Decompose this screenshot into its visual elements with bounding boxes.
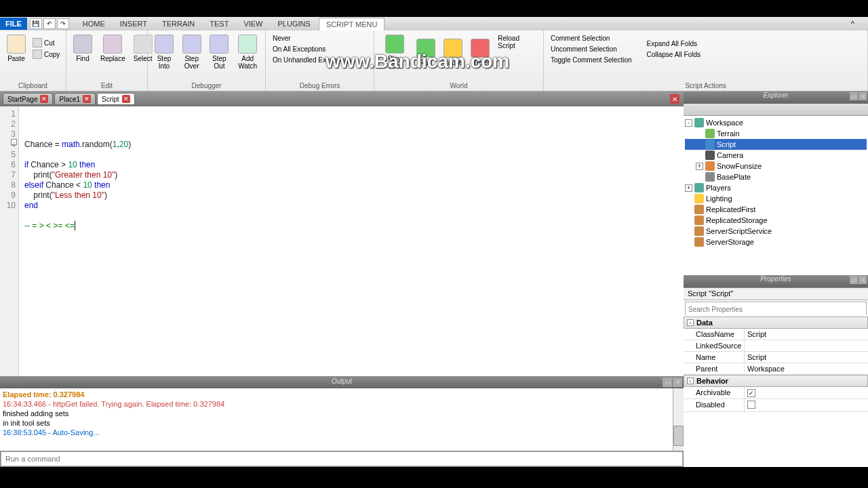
- code-area[interactable]: - Chance = math.random(1,20) if Chance >…: [19, 106, 684, 376]
- explorer-title: Explorer ▭✕: [684, 92, 868, 104]
- prop-row-disabled[interactable]: Disabled: [684, 399, 868, 412]
- explorer-filter-bar[interactable]: [684, 104, 868, 116]
- toggle-comment-button[interactable]: Toggle Comment Selection: [548, 55, 635, 65]
- prop-value[interactable]: Script: [745, 329, 868, 340]
- collapse-folds-button[interactable]: Collapse All Folds: [644, 49, 703, 60]
- tree-item-players[interactable]: +Players: [685, 182, 867, 193]
- command-input[interactable]: [1, 452, 682, 466]
- doc-tab-script[interactable]: Script✕: [97, 93, 135, 105]
- never-option[interactable]: Never: [270, 33, 294, 43]
- prop-section-data[interactable]: -Data: [684, 317, 868, 329]
- prop-value[interactable]: Script: [745, 352, 868, 363]
- prop-value[interactable]: Workspace: [745, 363, 868, 374]
- tree-item-label: SnowFunsize: [717, 162, 762, 170]
- tab-close-icon[interactable]: ✕: [40, 95, 48, 103]
- prop-row-classname[interactable]: ClassNameScript: [684, 329, 868, 340]
- explorer-undock-icon[interactable]: ▭: [850, 92, 858, 100]
- tree-item-camera[interactable]: Camera: [685, 150, 867, 161]
- tree-item-label: Terrain: [717, 129, 740, 138]
- tree-toggle-icon[interactable]: +: [685, 184, 692, 192]
- menu-tab-home[interactable]: HOME: [76, 18, 112, 30]
- tree-item-script[interactable]: Script: [685, 139, 867, 150]
- qat-redo-icon[interactable]: ↷: [57, 18, 69, 29]
- step-over-button[interactable]: Step Over: [179, 33, 204, 71]
- menu-tab-insert[interactable]: INSERT: [113, 18, 154, 30]
- prop-value[interactable]: ✓: [745, 387, 868, 399]
- ribbon-minimize-icon[interactable]: ^: [851, 20, 854, 28]
- tree-item-label: Camera: [717, 151, 743, 159]
- tree-toggle-icon[interactable]: [685, 228, 692, 235]
- tree-item-snowfunsize[interactable]: +SnowFunsize: [685, 161, 867, 171]
- qat-save-icon[interactable]: 💾: [30, 18, 42, 29]
- prop-row-linkedsource[interactable]: LinkedSource: [684, 340, 868, 352]
- paste-button[interactable]: Paste: [4, 33, 28, 64]
- properties-search-input[interactable]: [686, 304, 866, 316]
- reset-button[interactable]: Reset: [468, 37, 492, 68]
- tree-toggle-icon[interactable]: [696, 130, 703, 138]
- copy-button[interactable]: Copy: [31, 49, 61, 60]
- tree-toggle-icon[interactable]: +: [696, 163, 703, 170]
- on-unhandled-option[interactable]: On Unhandled Exceptions: [270, 55, 354, 65]
- tabstrip-close-icon[interactable]: ✕: [670, 94, 679, 104]
- tree-item-serverscriptservice[interactable]: ServerScriptService: [685, 226, 867, 237]
- qat-undo-icon[interactable]: ↶: [43, 18, 56, 29]
- menu-tab-terrain[interactable]: TERRAIN: [155, 18, 201, 30]
- add-watch-button[interactable]: Add Watch: [234, 33, 261, 71]
- comment-selection-button[interactable]: Comment Selection: [548, 33, 612, 43]
- tree-item-serverstorage[interactable]: ServerStorage: [685, 237, 867, 247]
- tree-toggle-icon[interactable]: [685, 217, 692, 224]
- output-body[interactable]: Elapsed time: 0.32798416:34:33.466 - htt…: [0, 388, 684, 451]
- tab-close-icon[interactable]: ✕: [83, 95, 91, 103]
- menu-tab-script-menu[interactable]: SCRIPT MENU: [319, 18, 385, 30]
- output-line: Elapsed time: 0.327984: [3, 390, 681, 399]
- find-button[interactable]: Find: [71, 33, 95, 64]
- explorer-close-icon[interactable]: ✕: [859, 92, 867, 100]
- file-menu[interactable]: FILE: [0, 18, 27, 30]
- menu-tab-plugins[interactable]: PLUGINS: [271, 18, 317, 30]
- tree-item-replicatedfirst[interactable]: ReplicatedFirst: [685, 204, 867, 215]
- tree-toggle-icon[interactable]: [696, 174, 703, 181]
- tree-toggle-icon[interactable]: -: [685, 119, 692, 127]
- output-undock-icon[interactable]: ▭: [663, 378, 672, 387]
- prop-row-parent[interactable]: ParentWorkspace: [684, 363, 868, 375]
- prop-value[interactable]: [745, 399, 868, 411]
- replace-button[interactable]: Replace: [98, 33, 128, 64]
- prop-section-behavior[interactable]: -Behavior: [684, 375, 868, 387]
- run-button[interactable]: Run: [414, 37, 438, 68]
- tree-item-workspace[interactable]: -Workspace: [685, 117, 867, 128]
- prop-value[interactable]: [745, 340, 868, 351]
- tree-toggle-icon[interactable]: [685, 206, 692, 214]
- prop-row-archivable[interactable]: Archivable✓: [684, 387, 868, 399]
- tree-item-replicatedstorage[interactable]: ReplicatedStorage: [685, 215, 867, 226]
- tree-toggle-icon[interactable]: [685, 195, 692, 203]
- tree-toggle-icon[interactable]: [696, 141, 703, 148]
- menu-tab-test[interactable]: TEST: [203, 18, 235, 30]
- step-into-button[interactable]: Step Into: [152, 33, 176, 71]
- script-editor[interactable]: 12345678910 - Chance = math.random(1,20)…: [0, 106, 684, 376]
- step-out-button[interactable]: Step Out: [207, 33, 231, 71]
- fold-toggle-icon[interactable]: -: [11, 139, 17, 145]
- doc-tab-place1[interactable]: Place1✕: [54, 93, 96, 105]
- doc-tab-startpage[interactable]: StartPage✕: [3, 93, 53, 105]
- properties-close-icon[interactable]: ✕: [859, 276, 867, 284]
- output-scrollbar[interactable]: [673, 388, 684, 451]
- tree-item-baseplate[interactable]: BasePlate: [685, 171, 867, 182]
- expand-folds-button[interactable]: Expand All Folds: [644, 39, 701, 49]
- on-all-exceptions-option[interactable]: On All Exceptions: [270, 44, 328, 54]
- tree-node-icon: [694, 118, 704, 127]
- cut-button[interactable]: Cut: [31, 37, 61, 48]
- prop-row-name[interactable]: NameScript: [684, 352, 868, 363]
- output-close-icon[interactable]: ✕: [673, 378, 682, 387]
- reload-script-button[interactable]: Reload Script: [495, 33, 539, 51]
- tree-item-terrain[interactable]: Terrain: [685, 128, 867, 139]
- tree-toggle-icon[interactable]: [685, 239, 692, 246]
- tree-toggle-icon[interactable]: [696, 152, 703, 159]
- uncomment-selection-button[interactable]: Uncomment Selection: [548, 44, 620, 54]
- play-solo-button[interactable]: Play Solo: [378, 33, 411, 71]
- menu-tab-view[interactable]: VIEW: [237, 18, 269, 30]
- pause-button[interactable]: Pause: [441, 37, 465, 68]
- tab-close-icon[interactable]: ✕: [122, 95, 130, 103]
- command-bar[interactable]: [1, 451, 683, 466]
- tree-item-lighting[interactable]: Lighting: [685, 193, 867, 204]
- properties-undock-icon[interactable]: ▭: [850, 276, 858, 284]
